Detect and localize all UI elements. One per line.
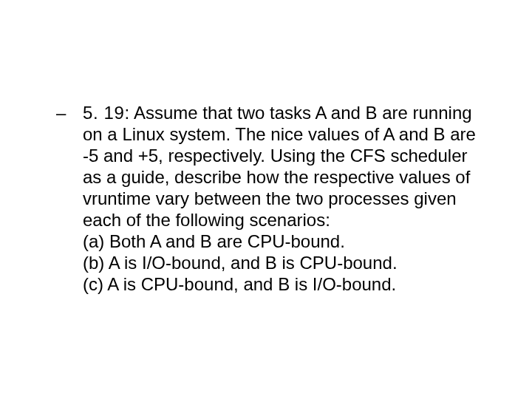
bullet-dash: – (56, 102, 66, 123)
question-block: – 5. 19: Assume that two tasks A and B a… (56, 102, 477, 295)
question-text: Assume that two tasks A and B are runnin… (83, 103, 476, 230)
question-label: 5. 19: (83, 103, 130, 123)
slide: – 5. 19: Assume that two tasks A and B a… (0, 0, 532, 399)
scenario-item: (c) A is CPU-bound, and B is I/O-bound. (83, 273, 477, 295)
question-body: 5. 19: Assume that two tasks A and B are… (83, 102, 477, 231)
scenario-item: (a) Both A and B are CPU-bound. (83, 231, 477, 252)
scenario-list: (a) Both A and B are CPU-bound. (b) A is… (83, 231, 477, 295)
scenario-item: (b) A is I/O-bound, and B is CPU-bound. (83, 252, 477, 273)
